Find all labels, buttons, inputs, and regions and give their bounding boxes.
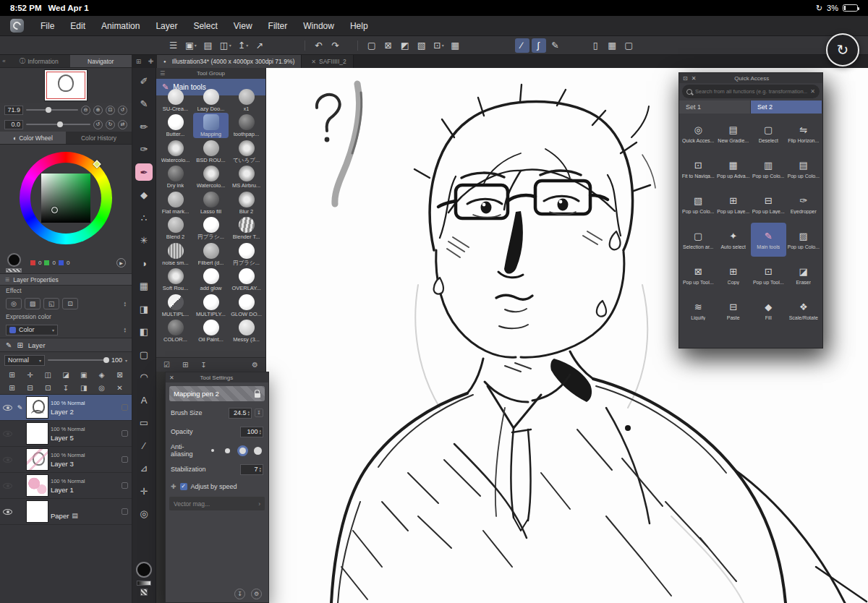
expression-color-dropdown[interactable]: Color ▾ [6, 325, 58, 335]
eyedropper-tool[interactable]: ◎ [135, 505, 153, 523]
main-tools[interactable]: ✎ Main tools [751, 223, 786, 257]
gradient-swatch[interactable] [137, 581, 151, 586]
layer-select-checkbox[interactable] [122, 404, 128, 411]
layer-thumbnail[interactable] [27, 423, 48, 444]
lock-transparency-icon[interactable]: ◪ [60, 371, 71, 379]
flip-view-icon[interactable]: ⇄ [118, 120, 127, 129]
border-effect-icon[interactable]: ◎ [6, 298, 22, 309]
expand-icon[interactable]: ✚ [171, 483, 176, 490]
tab-color-history[interactable]: Color History [66, 132, 132, 144]
quick-access[interactable]: ◎ Quick Acces... [681, 116, 716, 150]
new-folder-icon[interactable]: ⊟ [25, 384, 35, 392]
rotate-right-icon[interactable]: ↻ [106, 120, 115, 129]
popup-tool-1[interactable]: ⊠ Pop up Tool... [681, 258, 716, 292]
layer-select-checkbox[interactable] [122, 482, 128, 489]
deselect[interactable]: ⊠ [381, 38, 396, 53]
new-tab-icon[interactable]: ✚ [145, 55, 157, 68]
main-menu[interactable]: ☰ [166, 38, 181, 53]
share[interactable]: ↗ [252, 38, 267, 53]
layer-thumbnail[interactable] [27, 475, 48, 496]
layer-row[interactable]: 100 % Normal Layer 5 [0, 421, 132, 447]
tool-grid-item[interactable]: 円ブラシ... [229, 241, 264, 267]
soft-eraser-tool[interactable]: ◧ [135, 323, 153, 341]
brush-size-stepper[interactable]: ▴▾ [247, 410, 250, 416]
redo[interactable]: ↷ [328, 38, 343, 53]
enable-mask-icon[interactable]: ▣ [78, 371, 89, 379]
hand-tool[interactable]: ✛ [135, 482, 153, 500]
popup-tool-2[interactable]: ⊡ Pop up Tool... [751, 258, 786, 292]
duplicate-layer-icon[interactable]: ⊡ [43, 384, 54, 392]
document-tab[interactable]: ● Illustration34* (4000 x 4000px 300dpi … [157, 55, 302, 68]
popup-color-4[interactable]: ▨ Pop up Colo... [786, 223, 822, 257]
lasso-tool[interactable]: ◠ [135, 369, 153, 386]
collapse-panel-icon[interactable]: « [0, 55, 8, 67]
auto-select[interactable]: ✦ Auto select [716, 223, 752, 257]
merge-down-icon[interactable]: ↧ [60, 384, 71, 392]
menu-item[interactable]: Animation [93, 16, 148, 35]
close-icon[interactable]: ✕ [692, 75, 697, 82]
main-color-circle[interactable] [136, 562, 152, 578]
text-tool[interactable]: A [135, 391, 153, 409]
layer-visibility-toggle[interactable] [2, 431, 13, 437]
open-file[interactable]: ▤ [201, 38, 216, 53]
sv-marker[interactable] [51, 207, 58, 213]
layer-color-effect-icon[interactable]: ◱ [43, 298, 59, 309]
eraser[interactable]: ◪ Eraser [786, 258, 822, 292]
adjust-by-speed-checkbox[interactable]: ✓ [180, 483, 187, 490]
fit-to-navigator[interactable]: ⊡ Fit to Naviga... [681, 152, 716, 186]
layer-grid-icon[interactable]: ⊞ [7, 371, 17, 379]
anti-aliasing-strong[interactable] [252, 445, 263, 456]
color-set-toggle-icon[interactable]: ▶ [116, 258, 126, 268]
tool-grid-item[interactable]: Soft Rou... [158, 267, 193, 293]
clear-search-icon[interactable]: ✕ [810, 88, 815, 95]
tool-grid-item[interactable]: noise sm... [158, 241, 193, 267]
selection-area[interactable]: ▢ Selection ar... [681, 223, 716, 257]
tool-menu-icon[interactable]: ⚙ [252, 361, 258, 369]
layer-settings-icon[interactable]: ◎ [96, 384, 107, 392]
balloon-tool[interactable]: ▭ [135, 414, 153, 432]
undo[interactable]: ↶ [312, 38, 326, 53]
opacity-input[interactable]: 100 ▴▾ [240, 427, 263, 437]
clip-studio-logo[interactable] [10, 19, 24, 33]
blend-tool[interactable]: ◑ [135, 255, 153, 272]
tool-grid-item[interactable]: Oil Paint... [193, 318, 229, 344]
rotate-left-icon[interactable]: ↺ [93, 120, 103, 129]
menu-item[interactable]: Help [342, 16, 376, 35]
menu-item[interactable]: View [226, 16, 260, 35]
zoom-out-icon[interactable]: ⊖ [81, 106, 90, 115]
airbrush-tool[interactable]: ∴ [135, 209, 153, 226]
document-tab[interactable]: ✕ SAFIIIII_2 [302, 55, 354, 68]
layer-stack-icon[interactable]: ⊞ [17, 341, 22, 349]
menu-item[interactable]: Filter [260, 16, 296, 35]
tool-grid-item[interactable]: x1 [229, 87, 264, 113]
brush-size-dynamics-button[interactable]: ↧ [255, 409, 263, 417]
popup-advanced[interactable]: ▦ Pop up Adva... [716, 152, 752, 186]
layer-mask-icon[interactable]: ◨ [78, 384, 89, 392]
fill[interactable]: ◆ Fill [751, 294, 786, 328]
menu-item[interactable]: Edit [62, 16, 93, 35]
layer-row[interactable]: 100 % Normal Layer 3 [0, 447, 132, 473]
layer-opacity-slider[interactable] [48, 359, 109, 361]
tool-grid-item[interactable]: Blur 2 [229, 189, 264, 215]
multi-select-icon[interactable]: ☑ [163, 361, 170, 369]
register-settings-icon[interactable]: ↧ [234, 589, 245, 599]
layer-row[interactable]: Paper▤ [0, 499, 132, 525]
tool-grid-item[interactable]: Messy (3... [229, 318, 264, 344]
layer-thumbnail[interactable] [27, 449, 48, 470]
popup-layer-1[interactable]: ⊞ Pop up Laye... [716, 187, 752, 221]
navigator-preview[interactable] [0, 68, 132, 103]
frame-border-tool[interactable]: ▦ [135, 278, 153, 295]
tool-grid-item[interactable]: MS Airbru... [229, 164, 264, 190]
tab-navigator[interactable]: Navigator [70, 55, 132, 67]
brush-size-input[interactable]: 24.5 ▴▾ [229, 408, 252, 419]
menu-item[interactable]: File [33, 16, 62, 35]
set-tab[interactable]: Set 2 [751, 100, 822, 114]
tool-grid-item[interactable]: Flat mark... [158, 189, 193, 215]
stabilization-input[interactable]: 7 ▴▾ [240, 464, 263, 475]
tool-grid-item[interactable]: Watercolo... [193, 164, 229, 190]
draft-layer-icon[interactable]: ⊠ [114, 371, 125, 379]
panel-menu-icon[interactable]: ☰ [160, 70, 165, 77]
save[interactable]: ◫▾ [218, 38, 234, 53]
new-raster-layer-icon[interactable]: ⊞ [7, 384, 17, 392]
lock-layer-icon[interactable]: ◫ [43, 371, 54, 379]
